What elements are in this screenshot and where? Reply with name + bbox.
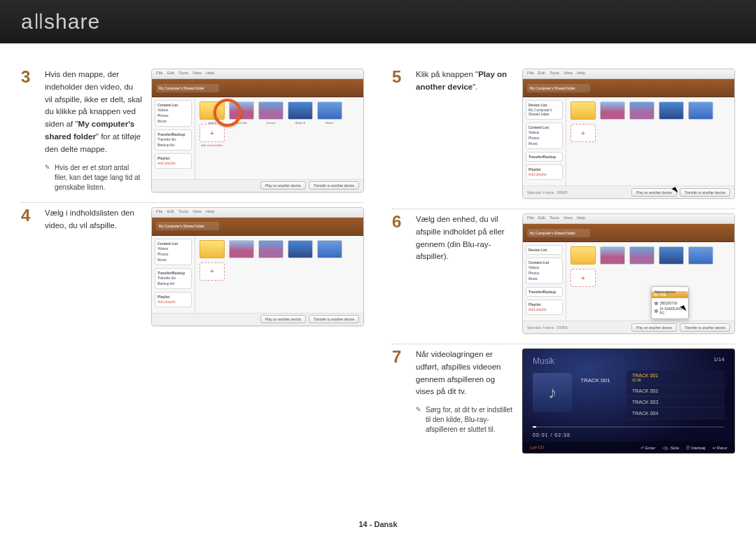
transfer-button[interactable]: Transfer to another device bbox=[309, 315, 359, 323]
screenshot-7-tv: Musik 1/14 ♪ TRACK 001 TRACK 00102:38 TR… bbox=[522, 349, 735, 454]
sidebar-header: Device List bbox=[528, 103, 547, 107]
menu-item[interactable]: Edit bbox=[167, 209, 174, 216]
thumb-label: Water lil bbox=[288, 121, 312, 125]
tv-track-row[interactable]: TRACK 00102:38 bbox=[626, 370, 724, 386]
thumb-image[interactable] bbox=[629, 101, 654, 120]
breadcrumb[interactable]: My Computer's Shared folder bbox=[527, 229, 590, 237]
menu-item[interactable]: Edit bbox=[167, 71, 174, 77]
sidebar-item[interactable]: Videos bbox=[528, 129, 560, 135]
device-icon bbox=[654, 309, 658, 313]
tv-hint-label: Side bbox=[671, 446, 679, 450]
album-art-icon: ♪ bbox=[533, 373, 572, 412]
tv-hint-label: Værktøj bbox=[691, 446, 706, 450]
breadcrumb[interactable]: My Computer's Shared folder bbox=[156, 84, 219, 92]
sidebar-item[interactable]: Music bbox=[158, 118, 189, 124]
transfer-button[interactable]: Transfer to another device bbox=[309, 181, 359, 190]
thumb-add-folder[interactable]: + bbox=[570, 124, 596, 142]
play-other-device-button[interactable]: Play on another device bbox=[260, 181, 306, 190]
thumb-image[interactable] bbox=[688, 246, 713, 265]
sidebar-item-add[interactable]: Add playlist bbox=[528, 307, 560, 312]
sidebar-item[interactable]: Music bbox=[528, 276, 560, 281]
popup-item[interactable]: [BD]D6700 bbox=[654, 300, 685, 306]
thumb-image[interactable] bbox=[288, 240, 313, 258]
menu-item[interactable]: Tools bbox=[550, 71, 559, 77]
tv-hint: ↩ Retur bbox=[713, 445, 727, 450]
menu-item[interactable]: Help bbox=[206, 71, 214, 77]
sidebar-item[interactable]: Videos bbox=[158, 246, 189, 251]
sidebar-item[interactable]: Photos bbox=[158, 113, 189, 118]
thumb-image[interactable] bbox=[600, 246, 625, 265]
sidebar-item[interactable]: Videos bbox=[158, 107, 189, 113]
thumb-add-folder[interactable]: + bbox=[570, 269, 596, 287]
thumb-image[interactable] bbox=[600, 101, 625, 120]
transfer-button[interactable]: Transfer to another device bbox=[680, 188, 730, 197]
sidebar-item-add[interactable]: Add playlist bbox=[158, 160, 189, 166]
sidebar-item-add[interactable]: Add playlist bbox=[528, 171, 560, 177]
tv-progress-bar[interactable] bbox=[533, 426, 724, 428]
play-other-device-button[interactable]: Play on another device bbox=[631, 323, 677, 332]
menu-item[interactable]: Tools bbox=[178, 71, 188, 77]
window-menubar: File Edit Tools View Help bbox=[523, 214, 734, 224]
menu-item[interactable]: File bbox=[527, 216, 534, 222]
sidebar-item-add[interactable]: Add playlist bbox=[158, 299, 189, 304]
window-footer: Play on another device Transfer to anoth… bbox=[152, 313, 363, 325]
sidebar-item[interactable]: Photos bbox=[158, 251, 189, 257]
thumb-add-folder[interactable]: + bbox=[200, 262, 225, 281]
sidebar-item[interactable]: Photos bbox=[528, 135, 560, 141]
sidebar-header: Transfer/Backup bbox=[158, 271, 185, 275]
sidebar-header: Transfer/Backup bbox=[528, 155, 556, 159]
play-other-device-button[interactable]: Play on another device bbox=[631, 188, 677, 197]
sidebar: Device List My Computer's Shared folder … bbox=[523, 97, 566, 185]
thumb-folder[interactable] bbox=[570, 246, 596, 265]
menu-item[interactable]: View bbox=[564, 216, 573, 222]
thumb-image[interactable] bbox=[317, 240, 342, 258]
thumb-image[interactable] bbox=[688, 101, 713, 120]
sidebar-item[interactable]: Backup list bbox=[158, 142, 189, 148]
menu-item[interactable]: Help bbox=[577, 71, 585, 77]
thumb-image[interactable]: Water lil bbox=[288, 101, 313, 120]
window-menubar: File Edit Tools View Help bbox=[152, 69, 363, 79]
sidebar-item[interactable]: Photos bbox=[528, 270, 560, 276]
thumb-add-folder[interactable]: +Add shared folder bbox=[200, 124, 225, 142]
thumb-image[interactable]: Sunset bbox=[258, 101, 284, 120]
sidebar-header: Playlist bbox=[528, 167, 541, 171]
sidebar-item[interactable]: My Computer's Shared folder bbox=[528, 107, 560, 117]
menu-item[interactable]: Edit bbox=[538, 216, 545, 222]
footer-status: Selected: 4 items · 500KB bbox=[527, 325, 568, 330]
menu-item[interactable]: File bbox=[527, 71, 534, 77]
sidebar-item[interactable]: Backup list bbox=[158, 281, 189, 286]
tv-track-row[interactable]: TRACK 003 bbox=[626, 397, 724, 408]
thumb-image[interactable] bbox=[629, 246, 654, 265]
sidebar-item[interactable]: Transfer list bbox=[158, 136, 189, 142]
menu-item[interactable]: Tools bbox=[550, 216, 559, 222]
thumb-folder[interactable] bbox=[570, 101, 596, 120]
thumb-image[interactable]: Winter bbox=[317, 101, 342, 120]
menu-item[interactable]: Help bbox=[206, 209, 214, 216]
thumb-folder[interactable] bbox=[200, 240, 225, 258]
menu-item[interactable]: Edit bbox=[538, 71, 545, 77]
breadcrumb[interactable]: My Computer's Shared folder bbox=[156, 222, 219, 230]
menu-item[interactable]: File bbox=[156, 71, 163, 77]
return-icon: ↩ bbox=[713, 446, 716, 450]
sidebar-item[interactable]: Music bbox=[158, 257, 189, 262]
breadcrumb[interactable]: My Computer's Shared folder bbox=[527, 84, 590, 92]
thumb-image[interactable] bbox=[229, 240, 254, 258]
sidebar-item[interactable]: Music bbox=[528, 141, 560, 146]
thumb-image[interactable] bbox=[258, 240, 284, 258]
thumb-image[interactable] bbox=[659, 246, 684, 265]
menu-item[interactable]: View bbox=[192, 209, 202, 216]
sidebar-header: Playlist bbox=[158, 295, 170, 299]
menu-item[interactable]: Tools bbox=[178, 209, 188, 216]
menu-item[interactable]: View bbox=[564, 71, 573, 77]
menu-item[interactable]: Help bbox=[577, 216, 585, 222]
menu-item[interactable]: View bbox=[192, 71, 202, 77]
thumb-image[interactable] bbox=[659, 101, 684, 120]
sidebar-item[interactable]: Transfer list bbox=[158, 275, 189, 281]
sidebar-section: Playlist Add playlist bbox=[155, 153, 192, 169]
menu-item[interactable]: File bbox=[156, 209, 163, 216]
play-other-device-button[interactable]: Play on another device bbox=[260, 315, 306, 323]
tv-track-row[interactable]: TRACK 004 bbox=[626, 408, 724, 419]
tv-track-row[interactable]: TRACK 002 bbox=[626, 386, 724, 397]
sidebar-item[interactable]: Videos bbox=[528, 265, 560, 270]
transfer-button[interactable]: Transfer to another device bbox=[680, 323, 730, 332]
